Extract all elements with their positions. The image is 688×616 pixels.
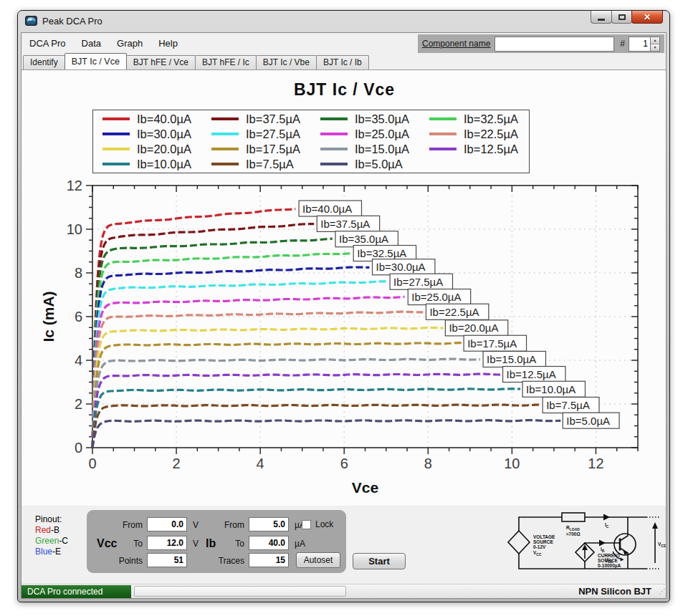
curve-label: Ib=10.0µA (526, 383, 575, 395)
vce-arrow-icon (652, 522, 658, 529)
legend-item: Ib=17.5µA (202, 142, 311, 156)
x-tick-label: 12 (588, 456, 603, 471)
y-tick-label: 10 (67, 221, 82, 237)
progress-bar (134, 586, 346, 597)
lock-checkbox[interactable] (302, 520, 311, 529)
menu-bar: DCA ProDataGraphHelp Component name # ▲ … (22, 33, 666, 54)
legend-label: Ib=22.5µA (464, 127, 518, 141)
legend-item: Ib=30.0µA (93, 127, 202, 141)
ib-to-label: To (223, 539, 244, 549)
legend-swatch (320, 148, 348, 150)
rload-value: ≈700Ω (566, 531, 580, 536)
legend-swatch (102, 133, 130, 135)
curve-ib-17-5-a (92, 343, 462, 448)
legend-label: Ib=20.0µA (137, 143, 191, 156)
vcc-to-input[interactable] (147, 536, 187, 550)
curve-ib-12-5-a (92, 374, 500, 448)
legend-item: Ib=37.5µA (202, 112, 311, 126)
component-name-label: Component name (422, 39, 490, 49)
menu-graph[interactable]: Graph (109, 33, 150, 54)
voltage-source-label-2: SOURCE (533, 539, 553, 544)
legend-label: Ib=30.0µA (137, 127, 191, 141)
tab-bjt-hfe-vce[interactable]: BJT hFE / Vce (126, 55, 196, 69)
maximize-icon (618, 14, 626, 20)
component-number-input[interactable] (629, 37, 650, 52)
legend-swatch (211, 117, 239, 120)
curve-label: Ib=20.0µA (449, 322, 498, 334)
status-bar: DCA Pro connected NPN Silicon BJT ⋰ (22, 584, 666, 599)
transistor-leads (620, 517, 628, 569)
voltage-source-label-1: VOLTAGE (533, 534, 555, 539)
pinout-color-name: Red (35, 525, 51, 535)
legend-label: Ib=25.0µA (355, 127, 409, 141)
x-tick-label: 10 (504, 456, 520, 471)
tab-bjt-ic-ib[interactable]: BJT Ic / Ib (316, 55, 369, 69)
legend-label: Ib=10.0µA (137, 158, 191, 171)
curve-ib-27-5-a (92, 281, 388, 448)
y-axis-title: Ic (mA) (42, 291, 57, 342)
minimize-button[interactable] (591, 11, 612, 24)
pinout-block: Pinout: Red-BGreen-CBlue-E (35, 514, 68, 557)
traces-input[interactable] (249, 553, 289, 567)
close-button[interactable]: ✕ (631, 11, 663, 24)
pinout-title: Pinout: (35, 514, 68, 525)
legend-label: Ib=40.0µA (137, 112, 191, 126)
spinner-down-icon[interactable]: ▼ (651, 44, 659, 51)
app-window: Peak DCA Pro ✕ DCA ProDataGraphHelp Comp… (17, 10, 670, 602)
maximize-button[interactable] (611, 11, 632, 24)
window-content: DCA ProDataGraphHelp Component name # ▲ … (21, 32, 666, 599)
ic-vce-plot: 024681012024681012VceIc (mA)Ib=40.0µAIb=… (42, 176, 666, 500)
autoset-button[interactable]: Autoset (296, 552, 340, 568)
component-name-input[interactable] (494, 37, 614, 52)
titlebar[interactable]: Peak DCA Pro ✕ (18, 11, 669, 32)
vcc-from-input[interactable] (147, 517, 187, 531)
legend-swatch (102, 163, 130, 165)
legend-swatch (320, 133, 348, 135)
ib-from-input[interactable] (249, 517, 289, 531)
x-axis-title: Vce (352, 479, 378, 496)
traces-label: Traces (209, 556, 244, 566)
menu-data[interactable]: Data (74, 33, 109, 54)
voltage-source-label-3: 0-12V (533, 544, 546, 549)
pinout-color-name: Blue (35, 547, 52, 557)
legend-item: Ib=32.5µA (420, 112, 529, 126)
ib-arrow-icon (599, 540, 606, 547)
curve-label: Ib=25.0µA (411, 291, 461, 303)
resize-grip-icon[interactable]: ⋰ (659, 587, 665, 595)
vce-label: VCE (658, 542, 666, 548)
start-button[interactable]: Start (353, 553, 406, 569)
legend-item: Ib=5.0µA (311, 157, 420, 171)
legend-label: Ib=5.0µA (355, 158, 403, 171)
menu-help[interactable]: Help (150, 33, 186, 54)
y-tick-label: 4 (75, 352, 82, 368)
pinout-color-name: Green (35, 536, 59, 546)
tab-bjt-ic-vbe[interactable]: BJT Ic / Vbe (256, 55, 317, 69)
ib-to-input[interactable] (249, 536, 289, 550)
points-input[interactable] (147, 553, 187, 567)
y-tick-label: 8 (75, 265, 82, 281)
legend-label: Ib=32.5µA (464, 112, 518, 126)
vcc-unit-label-1: V (193, 520, 199, 530)
tab-identify[interactable]: Identify (23, 55, 65, 69)
vbe-arrow-icon (621, 558, 624, 562)
curve-label: Ib=27.5µA (393, 276, 443, 288)
curve-ib-32-5-a (92, 254, 351, 448)
tab-bjt-ic-vce[interactable]: BJT Ic / Vce (64, 53, 127, 69)
legend-label: Ib=15.0µA (355, 143, 409, 156)
legend-label: Ib=37.5µA (246, 112, 300, 126)
legend-item: Ib=12.5µA (420, 142, 529, 156)
curve-ib-10-0-a (92, 389, 520, 448)
menu-dca-pro[interactable]: DCA Pro (22, 33, 74, 54)
tab-bjt-hfe-ic[interactable]: BJT hFE / Ic (195, 55, 257, 69)
window-title: Peak DCA Pro (42, 16, 102, 27)
legend-swatch (102, 117, 130, 120)
ib-symbol-label: IB (601, 547, 605, 553)
rload-resistor (562, 513, 585, 521)
curve-label: Ib=15.0µA (487, 353, 536, 365)
curve-label: Ib=5.0µA (566, 415, 610, 427)
curve-ib-15-0-a (92, 359, 480, 448)
controls-area: Pinout: Red-BGreen-CBlue-E From V Vcc To… (22, 506, 666, 584)
spinner-up-icon[interactable]: ▲ (651, 37, 659, 44)
test-circuit-diagram: RLOAD ≈700Ω IC VOLTAGE SOURCE 0-12V VCC … (506, 507, 666, 579)
y-tick-label: 6 (75, 309, 82, 324)
